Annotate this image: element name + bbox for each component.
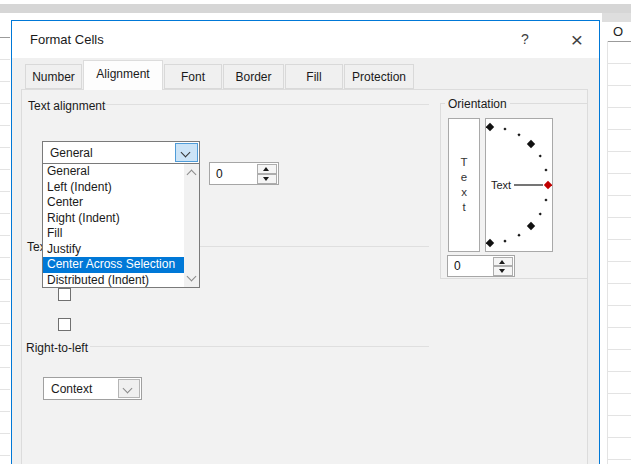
vertical-letter: e (461, 170, 467, 185)
shrink-to-fit-checkbox[interactable] (58, 288, 71, 301)
tab-font[interactable]: Font (164, 64, 222, 89)
indent-down-button[interactable] (257, 174, 277, 184)
chevron-down-icon (181, 148, 191, 158)
tab-border[interactable]: Border (223, 64, 284, 89)
orientation-group-label: Orientation (445, 97, 510, 111)
dialog-titlebar[interactable]: Format Cells ? × (12, 21, 599, 58)
orientation-dial-box[interactable]: Text (485, 118, 553, 252)
chevron-down-icon (123, 384, 133, 394)
degrees-up-button[interactable] (493, 257, 513, 266)
dial-text-label: Text (491, 179, 511, 191)
worksheet-grid-right (607, 41, 631, 464)
option-center[interactable]: Center (43, 195, 184, 211)
worksheet-cell-text: O (613, 24, 623, 39)
option-general[interactable]: General (43, 164, 184, 180)
orientation-dial[interactable]: Text (486, 119, 552, 251)
text-direction-dropdown-button[interactable] (118, 379, 140, 398)
help-button[interactable]: ? (510, 21, 540, 58)
down-arrow-icon (499, 269, 505, 273)
option-center-across-selection[interactable]: Center Across Selection (43, 257, 184, 273)
horizontal-dropdown-list[interactable]: General Left (Indent) Center Right (Inde… (42, 163, 200, 288)
scroll-down-icon[interactable] (187, 272, 197, 282)
indent-spinner[interactable]: 0 (209, 162, 279, 185)
indent-up-button[interactable] (257, 164, 277, 174)
up-arrow-icon (499, 260, 505, 264)
right-to-left-group-label: Right-to-left (26, 341, 88, 355)
horizontal-combobox-dropdown-button[interactable] (175, 143, 198, 162)
screenshot-root: { "background": { "top_cell_text": "O" }… (0, 0, 631, 464)
text-alignment-group-line (104, 104, 429, 105)
indent-value: 0 (216, 163, 223, 184)
worksheet-header-line-left (0, 37, 10, 38)
worksheet-grid-left (0, 37, 10, 464)
worksheet-header-line-right (607, 41, 631, 42)
degrees-value: 0 (454, 256, 461, 276)
degrees-spinner[interactable]: 0 (447, 255, 515, 277)
right-to-left-group-line (90, 346, 429, 347)
dialog-title: Format Cells (30, 21, 104, 58)
vertical-letter: t (462, 200, 465, 215)
tab-protection[interactable]: Protection (344, 64, 414, 89)
option-left-indent[interactable]: Left (Indent) (43, 180, 184, 196)
degrees-down-button[interactable] (493, 266, 513, 276)
option-fill[interactable]: Fill (43, 226, 184, 242)
worksheet-top-band-right (602, 13, 631, 22)
worksheet-cell-border (607, 41, 608, 464)
vertical-letter: x (461, 185, 467, 200)
text-direction-combobox[interactable]: Context (43, 377, 142, 400)
horizontal-combobox-value: General (50, 142, 93, 163)
dropdown-scrollbar[interactable] (184, 164, 199, 287)
tab-number[interactable]: Number (25, 64, 82, 89)
merge-cells-checkbox[interactable] (58, 318, 71, 331)
option-justify[interactable]: Justify (43, 242, 184, 258)
down-arrow-icon (263, 177, 269, 181)
close-button[interactable]: × (560, 21, 594, 58)
vertical-letter: T (460, 155, 467, 170)
dial-selected-marker (544, 181, 552, 189)
worksheet-top-band (0, 4, 631, 13)
tab-alignment[interactable]: Alignment (83, 60, 163, 90)
text-alignment-group-label: Text alignment (28, 99, 105, 113)
horizontal-combobox[interactable]: General (42, 141, 200, 164)
orientation-vertical-text-box[interactable]: T e x t (448, 118, 480, 252)
format-cells-dialog: Format Cells ? × Number Alignment Font B… (11, 20, 600, 464)
option-right-indent[interactable]: Right (Indent) (43, 211, 184, 227)
option-distributed-indent[interactable]: Distributed (Indent) (43, 273, 184, 289)
tab-fill[interactable]: Fill (285, 64, 343, 89)
text-direction-value: Context (51, 378, 92, 399)
scroll-up-icon[interactable] (187, 170, 197, 180)
up-arrow-icon (263, 167, 269, 171)
